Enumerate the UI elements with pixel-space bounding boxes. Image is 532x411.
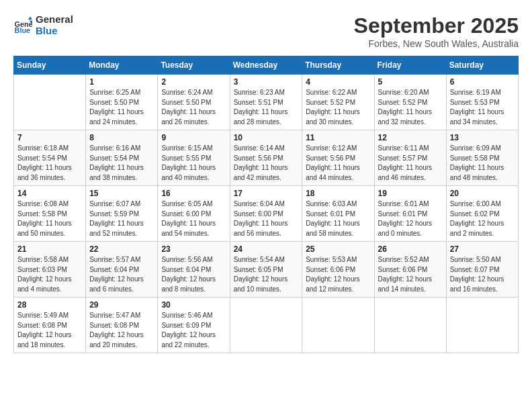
day-number: 6	[450, 77, 515, 87]
calendar-day-cell: 5Sunrise: 6:20 AM Sunset: 5:52 PM Daylig…	[374, 75, 446, 130]
day-info: Sunrise: 5:53 AM Sunset: 6:06 PM Dayligh…	[306, 255, 370, 294]
day-number: 25	[306, 244, 370, 254]
day-info: Sunrise: 6:00 AM Sunset: 6:02 PM Dayligh…	[450, 199, 515, 238]
calendar-day-cell: 28Sunrise: 5:49 AM Sunset: 6:08 PM Dayli…	[14, 298, 86, 353]
svg-marker-2	[28, 17, 32, 20]
svg-text:Blue: Blue	[15, 26, 31, 34]
calendar-day-cell: 4Sunrise: 6:22 AM Sunset: 5:52 PM Daylig…	[302, 75, 374, 130]
day-number: 26	[378, 244, 443, 254]
page-header: General Blue General Blue September 2025…	[13, 13, 519, 49]
day-number: 21	[17, 244, 82, 254]
day-number: 11	[306, 133, 370, 142]
calendar-day-cell	[230, 298, 302, 353]
day-number: 2	[161, 77, 226, 87]
calendar-week-row: 28Sunrise: 5:49 AM Sunset: 6:08 PM Dayli…	[14, 298, 519, 353]
calendar-day-cell: 7Sunrise: 6:18 AM Sunset: 5:54 PM Daylig…	[14, 130, 86, 186]
day-info: Sunrise: 6:23 AM Sunset: 5:51 PM Dayligh…	[234, 88, 299, 127]
calendar-day-cell: 18Sunrise: 6:03 AM Sunset: 6:01 PM Dayli…	[302, 186, 374, 242]
calendar-day-cell: 6Sunrise: 6:19 AM Sunset: 5:53 PM Daylig…	[446, 75, 518, 130]
calendar-day-cell: 25Sunrise: 5:53 AM Sunset: 6:06 PM Dayli…	[302, 242, 374, 298]
day-info: Sunrise: 5:57 AM Sunset: 6:04 PM Dayligh…	[89, 255, 154, 294]
calendar-day-cell: 20Sunrise: 6:00 AM Sunset: 6:02 PM Dayli…	[446, 186, 518, 242]
day-number: 4	[306, 77, 370, 87]
calendar-day-cell: 21Sunrise: 5:58 AM Sunset: 6:03 PM Dayli…	[14, 242, 86, 298]
day-info: Sunrise: 6:08 AM Sunset: 5:58 PM Dayligh…	[17, 199, 82, 238]
weekday-header: Wednesday	[230, 56, 302, 75]
calendar-day-cell: 17Sunrise: 6:04 AM Sunset: 6:00 PM Dayli…	[230, 186, 302, 242]
day-number: 8	[89, 133, 154, 142]
day-info: Sunrise: 6:05 AM Sunset: 6:00 PM Dayligh…	[161, 199, 226, 238]
day-info: Sunrise: 5:58 AM Sunset: 6:03 PM Dayligh…	[17, 255, 82, 294]
weekday-header: Friday	[374, 56, 446, 75]
day-info: Sunrise: 5:56 AM Sunset: 6:04 PM Dayligh…	[161, 255, 226, 294]
day-number: 5	[378, 77, 443, 87]
month-title: September 2025	[354, 13, 519, 38]
day-info: Sunrise: 6:20 AM Sunset: 5:52 PM Dayligh…	[378, 88, 443, 127]
day-info: Sunrise: 5:54 AM Sunset: 6:05 PM Dayligh…	[234, 255, 299, 294]
day-info: Sunrise: 6:22 AM Sunset: 5:52 PM Dayligh…	[306, 88, 370, 127]
day-number: 23	[161, 244, 226, 254]
weekday-header: Sunday	[14, 56, 86, 75]
day-info: Sunrise: 5:47 AM Sunset: 6:08 PM Dayligh…	[89, 311, 154, 350]
calendar-table: SundayMondayTuesdayWednesdayThursdayFrid…	[13, 56, 519, 353]
day-info: Sunrise: 6:18 AM Sunset: 5:54 PM Dayligh…	[17, 144, 82, 183]
calendar-week-row: 1Sunrise: 6:25 AM Sunset: 5:50 PM Daylig…	[14, 75, 519, 130]
day-number: 18	[306, 189, 370, 198]
day-number: 7	[17, 133, 82, 142]
calendar-day-cell: 16Sunrise: 6:05 AM Sunset: 6:00 PM Dayli…	[158, 186, 230, 242]
day-number: 15	[89, 189, 154, 198]
day-number: 24	[234, 244, 299, 254]
day-info: Sunrise: 6:03 AM Sunset: 6:01 PM Dayligh…	[306, 199, 370, 238]
day-number: 27	[450, 244, 515, 254]
calendar-week-row: 21Sunrise: 5:58 AM Sunset: 6:03 PM Dayli…	[14, 242, 519, 298]
day-number: 29	[89, 300, 154, 310]
calendar-week-row: 14Sunrise: 6:08 AM Sunset: 5:58 PM Dayli…	[14, 186, 519, 242]
weekday-header: Monday	[86, 56, 158, 75]
calendar-day-cell: 12Sunrise: 6:11 AM Sunset: 5:57 PM Dayli…	[374, 130, 446, 186]
calendar-day-cell: 11Sunrise: 6:12 AM Sunset: 5:56 PM Dayli…	[302, 130, 374, 186]
title-block: September 2025 Forbes, New South Wales, …	[354, 13, 519, 49]
day-info: Sunrise: 6:25 AM Sunset: 5:50 PM Dayligh…	[89, 88, 154, 127]
calendar-day-cell: 10Sunrise: 6:14 AM Sunset: 5:56 PM Dayli…	[230, 130, 302, 186]
location: Forbes, New South Wales, Australia	[354, 38, 519, 49]
day-number: 30	[161, 300, 226, 310]
day-info: Sunrise: 5:52 AM Sunset: 6:06 PM Dayligh…	[378, 255, 443, 294]
logo-icon: General Blue	[13, 15, 32, 34]
day-number: 13	[450, 133, 515, 142]
day-number: 19	[378, 189, 443, 198]
day-info: Sunrise: 5:49 AM Sunset: 6:08 PM Dayligh…	[17, 311, 82, 350]
calendar-day-cell: 8Sunrise: 6:16 AM Sunset: 5:54 PM Daylig…	[86, 130, 158, 186]
day-number: 28	[17, 300, 82, 310]
calendar-day-cell: 15Sunrise: 6:07 AM Sunset: 5:59 PM Dayli…	[86, 186, 158, 242]
day-number: 3	[234, 77, 299, 87]
weekday-header: Tuesday	[158, 56, 230, 75]
day-info: Sunrise: 6:19 AM Sunset: 5:53 PM Dayligh…	[450, 88, 515, 127]
day-info: Sunrise: 6:09 AM Sunset: 5:58 PM Dayligh…	[450, 144, 515, 183]
day-number: 17	[234, 189, 299, 198]
calendar-day-cell: 23Sunrise: 5:56 AM Sunset: 6:04 PM Dayli…	[158, 242, 230, 298]
calendar-day-cell: 19Sunrise: 6:01 AM Sunset: 6:01 PM Dayli…	[374, 186, 446, 242]
day-info: Sunrise: 6:07 AM Sunset: 5:59 PM Dayligh…	[89, 199, 154, 238]
day-number: 14	[17, 189, 82, 198]
day-info: Sunrise: 6:15 AM Sunset: 5:55 PM Dayligh…	[161, 144, 226, 183]
day-number: 12	[378, 133, 443, 142]
day-number: 9	[161, 133, 226, 142]
calendar-day-cell: 2Sunrise: 6:24 AM Sunset: 5:50 PM Daylig…	[158, 75, 230, 130]
calendar-day-cell: 27Sunrise: 5:50 AM Sunset: 6:07 PM Dayli…	[446, 242, 518, 298]
day-info: Sunrise: 6:04 AM Sunset: 6:00 PM Dayligh…	[234, 199, 299, 238]
calendar-day-cell: 9Sunrise: 6:15 AM Sunset: 5:55 PM Daylig…	[158, 130, 230, 186]
calendar-day-cell	[14, 75, 86, 130]
day-number: 16	[161, 189, 226, 198]
logo: General Blue General Blue	[13, 13, 73, 36]
day-info: Sunrise: 6:12 AM Sunset: 5:56 PM Dayligh…	[306, 144, 370, 183]
calendar-day-cell: 22Sunrise: 5:57 AM Sunset: 6:04 PM Dayli…	[86, 242, 158, 298]
weekday-header: Thursday	[302, 56, 374, 75]
calendar-day-cell	[302, 298, 374, 353]
calendar-day-cell: 30Sunrise: 5:46 AM Sunset: 6:09 PM Dayli…	[158, 298, 230, 353]
calendar-day-cell	[374, 298, 446, 353]
logo-general: General	[36, 13, 73, 25]
calendar-day-cell: 29Sunrise: 5:47 AM Sunset: 6:08 PM Dayli…	[86, 298, 158, 353]
calendar-day-cell: 24Sunrise: 5:54 AM Sunset: 6:05 PM Dayli…	[230, 242, 302, 298]
day-info: Sunrise: 6:16 AM Sunset: 5:54 PM Dayligh…	[89, 144, 154, 183]
weekday-header: Saturday	[446, 56, 518, 75]
